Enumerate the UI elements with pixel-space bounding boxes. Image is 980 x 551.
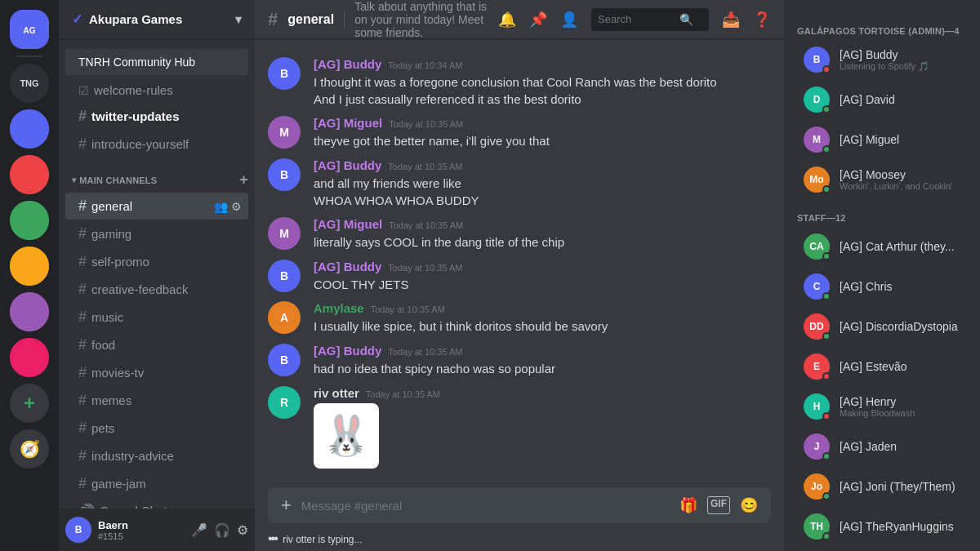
status-dot (822, 412, 831, 420)
server-icon-4[interactable] (10, 201, 49, 240)
channel-creative-feedback[interactable]: # creative-feedback (65, 276, 248, 303)
member-item[interactable]: AF Alexis Faintreny sleepy (791, 547, 973, 551)
gift-icon[interactable]: 🎁 (679, 496, 697, 514)
member-item[interactable]: D [AG] David (791, 80, 973, 119)
message-input-box: + 🎁 GIF 😊 (268, 487, 771, 523)
channel-name: industry-advice (91, 449, 242, 463)
svg-point-5 (10, 247, 49, 286)
hash-icon: # (78, 364, 87, 381)
help-icon[interactable]: ❓ (753, 11, 771, 29)
member-name: [AG] David (840, 93, 967, 106)
add-channel-button[interactable]: + (239, 171, 248, 189)
avatar: B (65, 517, 91, 543)
message-group: R riv otter Today at 10:35 AM 🐰 (255, 383, 784, 472)
channel-casual-chat[interactable]: 🔊 Casual Chat (65, 498, 248, 509)
channel-movies-tv[interactable]: # movies-tv (65, 359, 248, 386)
status-dot (822, 452, 831, 460)
channel-introduce-yourself[interactable]: # introduce-yourself (65, 131, 248, 158)
member-item[interactable]: Jo [AG] Joni (They/Them) (791, 467, 973, 506)
member-item[interactable]: E [AG] Estevão (791, 347, 973, 386)
member-avatar: DD (804, 313, 830, 340)
member-list: GALÁPAGOS TORTOISE (ADMIN)—4 B [AG] Budd… (784, 0, 980, 551)
channel-food[interactable]: # food (65, 331, 248, 358)
main-channels-category[interactable]: ▾ MAIN CHANNELS + (59, 158, 255, 192)
checkbox-icon: ☑ (78, 84, 89, 97)
search-box[interactable]: 🔍 (591, 8, 709, 31)
notification-bell-icon[interactable]: 🔔 (498, 11, 516, 29)
message-text: WHOA WHOA WHOA BUDDY (314, 193, 771, 210)
discover-button[interactable]: 🧭 (10, 429, 49, 469)
typing-dots: ••• (268, 531, 277, 545)
svg-point-7 (10, 338, 49, 377)
server-icon-current[interactable]: AG (10, 10, 49, 49)
settings-icon[interactable]: ⚙ (231, 200, 242, 213)
channel-twitter-updates[interactable]: # twitter-updates (65, 103, 248, 130)
channel-music[interactable]: # music (65, 304, 248, 331)
speaker-icon: 🔊 (78, 503, 95, 509)
member-item[interactable]: H [AG] Henry Making Bloodwash (791, 387, 973, 426)
upload-button[interactable]: + (281, 495, 292, 516)
member-item[interactable]: CA [AG] Cat Arthur (they... (791, 227, 973, 266)
member-name: [AG] Estevão (840, 360, 967, 373)
hub-label-text: TNRH Community Hub (78, 56, 195, 69)
message-text: I usually like spice, but i think dorito… (314, 318, 771, 335)
channel-name: movies-tv (91, 366, 242, 380)
channel-game-jam[interactable]: # game-jam (65, 470, 248, 497)
status-dot (822, 105, 831, 113)
inbox-icon[interactable]: 📥 (722, 11, 740, 29)
member-status: Listening to Spotify 🎵 (840, 61, 967, 72)
server-icon-6[interactable] (10, 292, 49, 331)
members-icon[interactable]: 👥 (214, 200, 228, 213)
member-category-admin: GALÁPAGOS TORTOISE (ADMIN)—4 (784, 13, 980, 39)
gif-button[interactable]: GIF (707, 496, 730, 514)
member-item[interactable]: B [AG] Buddy Listening to Spotify 🎵 (791, 40, 973, 79)
arrow-icon: ▾ (72, 176, 76, 184)
channel-industry-advice[interactable]: # industry-advice (65, 442, 248, 469)
member-item[interactable]: C [AG] Chris (791, 267, 973, 306)
channel-general[interactable]: # general 👥 ⚙ (65, 193, 248, 220)
member-status: Workin', Lurkin', and Cookin' (840, 181, 967, 191)
server-icon-2[interactable] (10, 109, 49, 149)
message-text: literally says COOL in the dang title of… (314, 234, 771, 251)
server-icon-3[interactable] (10, 155, 49, 194)
header-divider (344, 10, 345, 29)
member-avatar: H (804, 393, 830, 420)
microphone-icon[interactable]: 🎤 (191, 522, 207, 538)
svg-point-2 (10, 109, 49, 149)
emoji-icon[interactable]: 😊 (740, 496, 758, 514)
headphones-icon[interactable]: 🎧 (214, 522, 230, 538)
channel-memes[interactable]: # memes (65, 387, 248, 414)
channel-name: introduce-yourself (91, 137, 242, 151)
channel-sidebar: ✓ Akupara Games ▾ TNRH Community Hub ☑ w… (59, 0, 255, 551)
member-info: [AG] Henry Making Bloodwash (840, 395, 967, 418)
avatar: A (268, 301, 301, 334)
member-name: [AG] Joni (They/Them) (840, 480, 967, 493)
channel-welcome-rules[interactable]: ☑ welcome-rules (65, 78, 248, 102)
hub-label[interactable]: TNRH Community Hub (65, 49, 248, 75)
channel-self-promo[interactable]: # self-promo (65, 248, 248, 275)
members-list-icon[interactable]: 👤 (560, 11, 578, 29)
member-item[interactable]: M [AG] Miguel (791, 120, 973, 159)
svg-text:AG: AG (24, 26, 36, 35)
server-icon-tng[interactable]: TNG (10, 64, 49, 103)
message-header: riv otter Today at 10:35 AM (314, 386, 771, 400)
message-input[interactable] (301, 499, 679, 513)
channel-pets[interactable]: # pets (65, 415, 248, 442)
server-icon-7[interactable] (10, 338, 49, 377)
member-item[interactable]: DD [AG] DiscordiaDystopia (791, 307, 973, 346)
channel-gaming[interactable]: # gaming (65, 220, 248, 247)
server-name-bar[interactable]: ✓ Akupara Games ▾ (59, 0, 255, 39)
member-item[interactable]: J [AG] Jaden (791, 427, 973, 466)
settings-icon[interactable]: ⚙ (237, 522, 248, 538)
add-server-button[interactable]: + (10, 384, 49, 423)
pin-icon[interactable]: 📌 (529, 11, 547, 29)
member-item[interactable]: TH [AG] TheRyanHuggins (791, 507, 973, 546)
message-author: [AG] Miguel (314, 217, 382, 231)
search-input[interactable] (598, 13, 679, 25)
channel-name: welcome-rules (94, 83, 242, 97)
member-avatar: CA (804, 233, 830, 260)
server-icon-5[interactable] (10, 247, 49, 286)
member-item[interactable]: Mo [AG] Moosey Workin', Lurkin', and Coo… (791, 160, 973, 199)
message-content: [AG] Buddy Today at 10:34 AM I thought i… (314, 57, 771, 108)
svg-point-6 (10, 292, 49, 331)
